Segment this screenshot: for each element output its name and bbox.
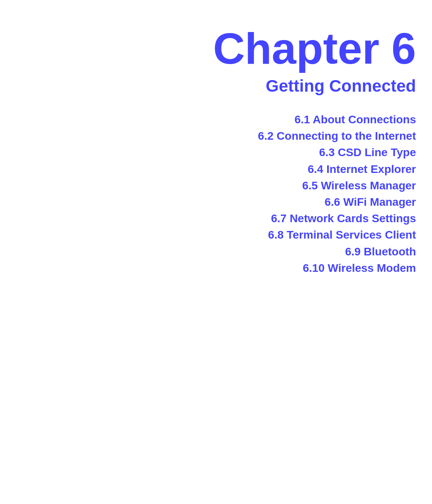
toc-item-6-4[interactable]: 6.4 Internet Explorer	[173, 161, 416, 177]
toc-item-6-5[interactable]: 6.5 Wireless Manager	[173, 178, 416, 193]
table-of-contents: 6.1 About Connections6.2 Connecting to t…	[173, 112, 416, 276]
toc-item-6-3[interactable]: 6.3 CSD Line Type	[173, 145, 416, 160]
content-area: Chapter 6 Getting Connected 6.1 About Co…	[173, 0, 432, 276]
page-container: Chapter 6 Getting Connected 6.1 About Co…	[0, 0, 432, 504]
chapter-title: Chapter 6	[173, 24, 416, 72]
toc-item-6-2[interactable]: 6.2 Connecting to the Internet	[173, 128, 416, 144]
toc-item-6-10[interactable]: 6.10 Wireless Modem	[173, 260, 416, 276]
decorative-lines: // Will generate via JS below	[0, 272, 432, 504]
toc-item-6-8[interactable]: 6.8 Terminal Services Client	[173, 227, 416, 243]
toc-item-6-7[interactable]: 6.7 Network Cards Settings	[173, 211, 416, 226]
toc-item-6-6[interactable]: 6.6 WiFi Manager	[173, 194, 416, 210]
chapter-subtitle: Getting Connected	[173, 76, 416, 96]
lines-svg: // Will generate via JS below	[0, 272, 432, 504]
toc-item-6-9[interactable]: 6.9 Bluetooth	[173, 244, 416, 259]
toc-item-6-1[interactable]: 6.1 About Connections	[173, 112, 416, 127]
